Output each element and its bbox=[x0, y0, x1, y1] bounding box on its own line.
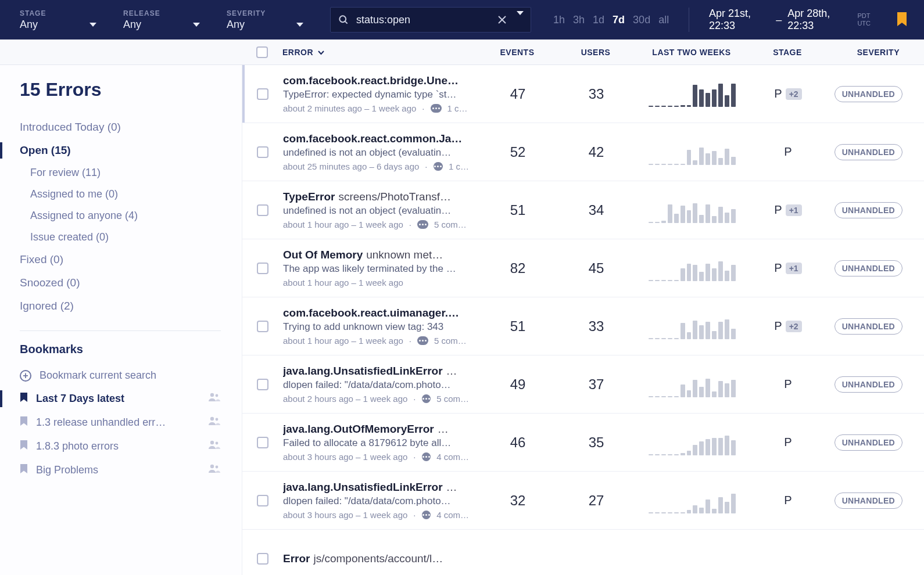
row-checkbox[interactable] bbox=[257, 553, 268, 565]
time-range-picker: 1h3h1d7d30dall bbox=[553, 14, 669, 26]
error-title: com.facebook.react.common.Ja… bbox=[283, 132, 469, 145]
col-header-severity[interactable]: SEVERITY bbox=[825, 48, 918, 57]
sidebar: 15 Errors Introduced Today (0)Open (15) … bbox=[0, 65, 242, 575]
error-row[interactable]: Out Of Memoryunknown met… The app was li… bbox=[242, 239, 924, 297]
row-checkbox[interactable] bbox=[257, 146, 268, 158]
time-range-1d[interactable]: 1d bbox=[593, 14, 604, 26]
col-header-stage[interactable]: STAGE bbox=[750, 48, 825, 57]
error-row[interactable]: com.facebook.react.uimanager.… Trying to… bbox=[242, 297, 924, 355]
col-header-events[interactable]: EVENTS bbox=[477, 48, 558, 57]
sidebar-subfilter[interactable]: Issue created (0) bbox=[30, 227, 221, 248]
filter-stage[interactable]: STAGE Any bbox=[20, 9, 107, 31]
sidebar-subfilter[interactable]: Assigned to me (0) bbox=[30, 184, 221, 205]
search-dropdown-icon[interactable] bbox=[517, 15, 524, 25]
users-count: 37 bbox=[558, 376, 634, 393]
sidebar-filter[interactable]: Introduced Today (0) bbox=[20, 116, 221, 139]
svg-point-8 bbox=[210, 441, 214, 444]
bookmark-item[interactable]: 1.8.3 photo errors bbox=[20, 434, 221, 458]
error-row[interactable]: Errorjs/components/account/l… bbox=[242, 530, 924, 575]
search-box[interactable] bbox=[330, 7, 531, 33]
stage: P bbox=[750, 494, 826, 507]
bookmark-item[interactable]: Last 7 Days latest bbox=[20, 387, 221, 411]
filter-value[interactable]: Any bbox=[123, 19, 210, 31]
error-row[interactable]: com.facebook.react.common.Ja… undefined … bbox=[242, 123, 924, 181]
row-checkbox[interactable] bbox=[257, 321, 268, 332]
sidebar-filter[interactable]: Fixed (0) bbox=[20, 248, 221, 271]
clear-search-icon[interactable] bbox=[498, 16, 506, 24]
comments-icon bbox=[422, 511, 431, 519]
date-to: Apr 28th, 22:33 bbox=[787, 8, 849, 32]
error-title: java.lang.UnsatisfiedLinkError… bbox=[283, 481, 469, 494]
users-count: 45 bbox=[558, 260, 634, 276]
people-icon bbox=[208, 416, 221, 429]
row-checkbox[interactable] bbox=[257, 495, 268, 506]
sidebar-filter[interactable]: Ignored (2) bbox=[20, 294, 221, 318]
error-row[interactable]: java.lang.UnsatisfiedLinkError… dlopen f… bbox=[242, 472, 924, 530]
sparkline bbox=[649, 139, 736, 165]
row-checkbox[interactable] bbox=[257, 263, 268, 274]
filter-value[interactable]: Any bbox=[227, 19, 314, 31]
sidebar-subfilter[interactable]: For review (11) bbox=[30, 162, 221, 184]
severity-badge: UNHANDLED bbox=[835, 376, 902, 393]
row-checkbox[interactable] bbox=[257, 379, 268, 390]
sidebar-subfilter[interactable]: Assigned to anyone (4) bbox=[30, 205, 221, 227]
sidebar-filter[interactable]: Open (15) bbox=[20, 139, 221, 162]
bookmark-icon bbox=[20, 416, 28, 429]
time-range-7d[interactable]: 7d bbox=[613, 14, 625, 26]
severity-badge: UNHANDLED bbox=[835, 86, 902, 102]
users-count: 34 bbox=[558, 202, 634, 218]
col-header-last2w[interactable]: LAST TWO WEEKS bbox=[633, 48, 750, 57]
sparkline bbox=[649, 256, 736, 281]
error-row[interactable]: java.lang.UnsatisfiedLinkError… dlopen f… bbox=[242, 355, 924, 414]
plus-circle-icon: + bbox=[20, 370, 31, 382]
filter-label: SEVERITY bbox=[227, 9, 314, 17]
bookmark-item[interactable]: Big Problems bbox=[20, 458, 221, 482]
users-count: 33 bbox=[558, 86, 634, 102]
events-count: 51 bbox=[477, 318, 558, 335]
col-header-error[interactable]: ERROR bbox=[282, 48, 477, 57]
filter-severity[interactable]: SEVERITY Any bbox=[227, 9, 314, 31]
time-range-30d[interactable]: 30d bbox=[633, 14, 650, 26]
date-range[interactable]: Apr 21st, 22:33 – Apr 28th, 22:33 PDT UT… bbox=[709, 8, 871, 32]
stage-extra-pill: +1 bbox=[786, 263, 802, 274]
error-message: dlopen failed: "/data/data/com.photo… bbox=[283, 379, 469, 391]
bookmark-item[interactable]: 1.3 release unhandled err… bbox=[20, 411, 221, 434]
svg-point-5 bbox=[216, 394, 219, 397]
severity-badge: UNHANDLED bbox=[835, 493, 902, 509]
row-checkbox[interactable] bbox=[257, 88, 268, 100]
error-meta: about 1 hour ago – 1 week ago · 5 com… bbox=[283, 220, 469, 229]
error-meta: about 1 hour ago – 1 week ago · 5 com… bbox=[283, 336, 469, 346]
sparkline bbox=[649, 314, 736, 339]
sparkline bbox=[649, 372, 736, 397]
events-count: 82 bbox=[477, 260, 558, 276]
comments-icon bbox=[422, 394, 431, 403]
bookmark-current-search[interactable]: + Bookmark current search bbox=[20, 364, 221, 387]
people-icon bbox=[208, 393, 221, 405]
stage: P+2 bbox=[750, 319, 826, 333]
stage: P+1 bbox=[750, 261, 826, 275]
select-all-checkbox[interactable] bbox=[256, 46, 268, 58]
error-message: Trying to add unknown view tag: 343 bbox=[283, 321, 469, 333]
row-checkbox[interactable] bbox=[257, 437, 268, 448]
filter-release[interactable]: RELEASE Any bbox=[123, 9, 210, 31]
time-range-all[interactable]: all bbox=[658, 14, 669, 26]
severity-badge: UNHANDLED bbox=[835, 202, 902, 218]
users-count: 27 bbox=[558, 493, 634, 509]
filter-value[interactable]: Any bbox=[20, 19, 107, 31]
error-list: com.facebook.react.bridge.Une… TypeError… bbox=[242, 65, 924, 575]
time-range-1h[interactable]: 1h bbox=[553, 14, 565, 26]
bookmark-page-icon[interactable] bbox=[896, 12, 908, 28]
events-count: 52 bbox=[477, 144, 558, 160]
error-row[interactable]: java.lang.OutOfMemoryError… Failed to al… bbox=[242, 414, 924, 472]
sidebar-filter[interactable]: Snoozed (0) bbox=[20, 271, 221, 294]
svg-point-7 bbox=[216, 418, 219, 421]
row-checkbox[interactable] bbox=[257, 204, 268, 216]
col-header-users[interactable]: USERS bbox=[558, 48, 633, 57]
sparkline bbox=[649, 430, 736, 455]
error-row[interactable]: com.facebook.react.bridge.Une… TypeError… bbox=[242, 65, 924, 123]
users-count: 35 bbox=[558, 434, 634, 451]
error-row[interactable]: TypeErrorscreens/PhotoTransf… undefined … bbox=[242, 181, 924, 239]
search-input[interactable] bbox=[356, 14, 491, 26]
time-range-3h[interactable]: 3h bbox=[573, 14, 585, 26]
events-count: 32 bbox=[477, 493, 558, 509]
